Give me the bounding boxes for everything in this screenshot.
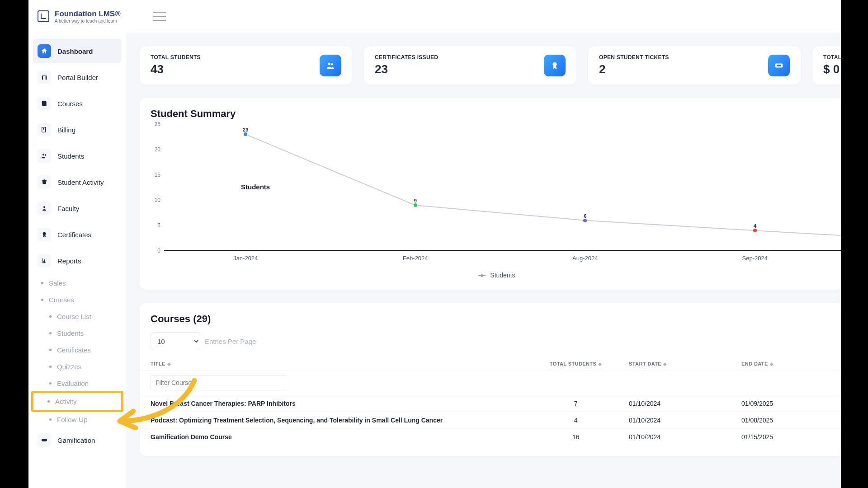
bullet-icon [41, 299, 43, 301]
sub-item-label: Sales [49, 279, 66, 287]
sidebar-item-label: Courses [57, 100, 83, 108]
course-title-cell: Podcast: Optimizing Treatment Selection,… [140, 412, 533, 429]
svg-point-7 [552, 62, 557, 66]
sort-icon: ◆ [167, 361, 171, 366]
chart-point [244, 132, 247, 136]
sidebar-item-label: Billing [57, 126, 75, 134]
sidebar-item-certificates[interactable]: Certificates [33, 222, 122, 247]
entries-per-page-select[interactable]: 10 [151, 332, 200, 350]
column-header-title[interactable]: TITLE◆ [140, 357, 533, 371]
portal-icon [38, 70, 51, 84]
stat-value: 2 [599, 62, 669, 76]
chart-point-label: 6 [584, 213, 586, 219]
sidebar-item-label: Dashboard [57, 47, 93, 55]
y-tick-label: 15 [151, 172, 160, 178]
courses-sub-follow-up[interactable]: Follow-Up [33, 411, 122, 428]
chart-point [583, 219, 587, 222]
y-tick-label: 5 [151, 222, 160, 229]
topbar: Foundation LMS® A better way to teach an… [28, 0, 841, 33]
course-total-cell: 16 [533, 429, 618, 446]
gamepad-icon [38, 433, 51, 447]
sub2-item-label: Course List [57, 313, 91, 320]
chart-point-label: 9 [414, 198, 417, 204]
brand-logo: Foundation LMS® A better way to teach an… [38, 9, 121, 23]
table-row[interactable]: Novel Breast Cancer Therapies: PARP Inhi… [140, 395, 841, 412]
x-tick-label: Jan-2024 [233, 255, 258, 262]
sub2-item-label: Evaluation [57, 380, 89, 387]
sidebar-item-dashboard[interactable]: Dashboard [33, 39, 122, 63]
column-header-end-date[interactable]: END DATE◆ [731, 357, 841, 371]
stat-row: TOTAL STUDENTS 43 CERTIFICATES ISSUED 23 [140, 46, 841, 84]
sub2-item-label: Students [57, 329, 84, 337]
column-header-start-date[interactable]: START DATE◆ [618, 357, 731, 371]
home-icon [38, 44, 51, 58]
bullet-icon [41, 282, 43, 284]
courses-sub-students[interactable]: Students [33, 325, 122, 342]
users-icon [38, 149, 51, 163]
svg-point-0 [42, 154, 44, 155]
chart-legend: Students [151, 264, 841, 279]
sidebar: Dashboard Portal Builder Courses Billing… [28, 33, 126, 488]
billing-icon [38, 123, 51, 136]
course-end-cell: 01/08/2025 [731, 412, 841, 429]
courses-sub-certificates[interactable]: Certificates [33, 342, 122, 358]
sub2-item-label: Quizzes [57, 363, 81, 371]
y-tick-label: 0 [151, 248, 160, 254]
course-end-cell: 01/09/2025 [731, 395, 841, 412]
courses-sub-evaluation[interactable]: Evaluation [33, 375, 122, 392]
stat-card-certificates-issued: CERTIFICATES ISSUED 23 [364, 46, 576, 84]
courses-sub-course-list[interactable]: Course List [33, 308, 122, 325]
course-start-cell: 01/10/2024 [618, 395, 731, 412]
y-tick-label: 10 [151, 197, 160, 203]
student-summary-panel: Student Summary Students 0510152025Jan-2… [140, 98, 841, 290]
chart-point-label: 23 [243, 127, 248, 133]
sort-icon: ◆ [598, 361, 602, 366]
course-start-cell: 01/10/2024 [618, 429, 731, 446]
stat-value: 43 [151, 62, 201, 76]
sidebar-item-reports[interactable]: Reports [33, 249, 122, 273]
sidebar-item-billing[interactable]: Billing [33, 117, 122, 142]
svg-point-5 [328, 62, 331, 65]
sidebar-item-label: Student Activity [57, 178, 104, 186]
svg-point-3 [43, 232, 46, 235]
sidebar-item-faculty[interactable]: Faculty [33, 196, 122, 221]
stat-label: TOTAL [823, 54, 841, 61]
ticket-icon [768, 55, 790, 76]
chart-point [753, 229, 757, 232]
entries-per-page-label: Entries Per Page [205, 338, 256, 345]
sidebar-item-portal-builder[interactable]: Portal Builder [33, 65, 122, 89]
chart-icon [38, 254, 51, 267]
legend-marker-icon [478, 275, 486, 276]
stat-card-total-revenue: TOTAL $ 0 [812, 46, 841, 84]
sidebar-item-courses[interactable]: Courses [33, 91, 122, 116]
bullet-icon [49, 366, 52, 368]
svg-point-6 [331, 63, 333, 65]
courses-sub-quizzes[interactable]: Quizzes [33, 358, 122, 375]
sort-icon: ◆ [663, 361, 667, 366]
x-tick-label: Feb-2024 [403, 255, 428, 262]
svg-rect-4 [42, 439, 47, 441]
bullet-icon [49, 418, 52, 421]
reports-sub-sales[interactable]: Sales [33, 275, 122, 291]
course-end-cell: 01/15/2025 [731, 429, 841, 446]
chart-point-label: 4 [754, 224, 756, 229]
filter-course-input[interactable] [151, 375, 286, 390]
column-header-total-students[interactable]: TOTAL STUDENTS◆ [533, 357, 618, 371]
sidebar-item-label: Gamification [57, 436, 95, 444]
stat-label: OPEN STUDENT TICKETS [599, 54, 669, 61]
sidebar-item-gamification[interactable]: Gamification [33, 428, 122, 452]
y-tick-label: 25 [151, 121, 160, 127]
bullet-icon [49, 349, 52, 351]
person-icon [38, 202, 51, 215]
ribbon-icon [544, 55, 566, 76]
stat-card-total-students: TOTAL STUDENTS 43 [140, 46, 352, 84]
table-row[interactable]: Podcast: Optimizing Treatment Selection,… [140, 412, 841, 429]
sidebar-item-students[interactable]: Students [33, 144, 122, 168]
sidebar-item-student-activity[interactable]: Student Activity [33, 170, 122, 194]
ribbon-icon [38, 228, 51, 241]
table-row[interactable]: Gamification Demo Course 16 01/10/2024 0… [140, 429, 841, 446]
bullet-icon [49, 382, 52, 385]
courses-sub-activity[interactable]: Activity [31, 391, 123, 412]
menu-toggle-button[interactable] [153, 12, 166, 21]
reports-sub-courses[interactable]: Courses [33, 291, 122, 308]
